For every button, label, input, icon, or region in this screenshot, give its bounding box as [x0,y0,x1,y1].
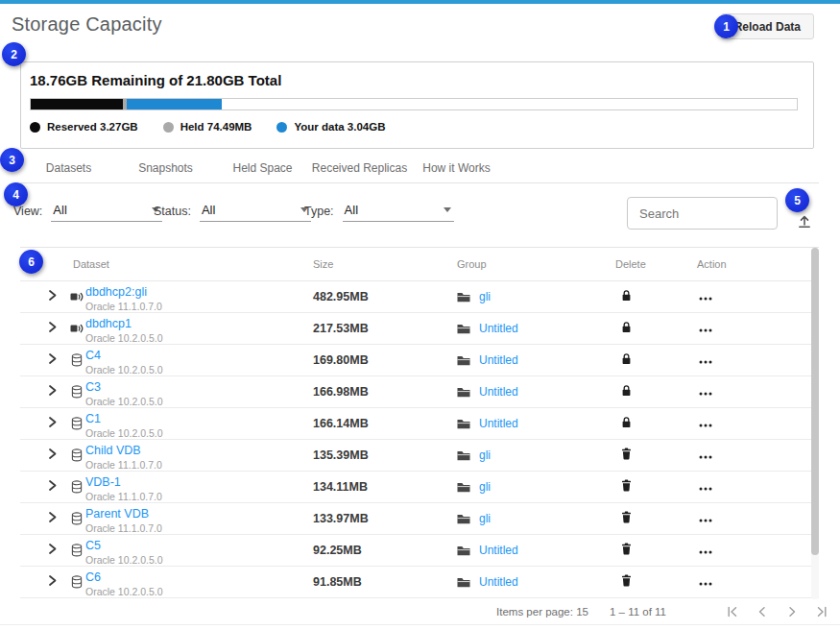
more-options-icon [699,296,712,302]
dataset-name-link[interactable]: C3 [85,380,101,394]
database-icon [71,353,83,367]
delete-button[interactable] [621,574,632,587]
dataset-size: 134.11MB [313,480,457,494]
table-row: C3 Oracle 10.2.0.5.0 166.98MB Untitled [20,376,819,408]
dataset-version: Oracle 10.2.0.5.0 [85,427,313,439]
locked-delete-button[interactable] [621,416,632,428]
row-actions-button[interactable] [699,359,712,365]
group-link[interactable]: gli [479,448,491,462]
database-icon [71,480,83,494]
delete-button[interactable] [621,543,632,555]
chevron-right-icon [47,383,58,398]
row-actions-button[interactable] [699,549,712,555]
group-link[interactable]: Untitled [479,385,518,399]
dataset-size: 92.25MB [313,544,457,557]
column-header-action: Action [697,258,819,270]
dataset-size: 169.80MB [313,353,457,367]
dataset-name-link[interactable]: dbdhcp1 [85,317,132,330]
expand-row-button[interactable] [43,542,60,559]
group-link[interactable]: Untitled [479,575,518,589]
locked-delete-button[interactable] [621,321,632,333]
tab-how-it-works[interactable]: How it Works [408,153,505,182]
expand-row-button[interactable] [43,320,60,337]
expand-row-button[interactable] [43,288,60,305]
view-select-value: All [53,203,66,217]
capacity-summary-text: 18.76GB Remaining of 21.80GB Total [30,72,281,88]
last-page-icon [815,605,828,618]
group-link[interactable]: gli [479,290,491,303]
last-page-button[interactable] [809,604,834,619]
view-select[interactable]: All [51,203,162,222]
more-options-icon [699,549,712,555]
row-actions-button[interactable] [699,296,712,302]
database-icon [71,417,83,430]
search-input[interactable] [627,197,778,230]
expand-row-button[interactable] [43,573,60,591]
first-page-button[interactable] [720,604,745,619]
dataset-size: 217.53MB [313,322,457,335]
tab-snapshots[interactable]: Snapshots [117,153,214,182]
expand-row-button[interactable] [43,478,60,496]
more-options-icon [699,518,712,523]
group-link[interactable]: gli [479,512,491,525]
status-filter: Status: All [154,203,311,222]
row-actions-button[interactable] [699,486,712,492]
legend-item-held: Held 74.49MB [163,121,252,133]
dataset-name-link[interactable]: C4 [85,349,101,362]
row-actions-button[interactable] [699,391,712,397]
group-link[interactable]: Untitled [479,322,518,335]
expand-row-button[interactable] [43,351,60,369]
annotation-badge-1: 1 [714,14,738,38]
dataset-name-link[interactable]: Child VDB [85,444,141,457]
dataset-name-link[interactable]: VDB-1 [85,475,121,489]
status-select-value: All [202,203,215,217]
delete-button[interactable] [621,448,632,460]
dataset-version: Oracle 10.2.0.5.0 [85,586,313,597]
database-icon [71,575,83,589]
folder-icon [457,387,470,398]
dataset-name-link[interactable]: dbdhcp2:gli [85,285,147,299]
folder-icon [457,355,470,366]
group-link[interactable]: gli [479,480,491,494]
expand-row-button[interactable] [43,415,60,432]
expand-row-button[interactable] [43,510,60,527]
more-options-icon [699,423,712,428]
expand-row-button[interactable] [43,383,60,400]
locked-delete-button[interactable] [621,289,632,302]
group-link[interactable]: Untitled [479,544,518,557]
chevron-down-icon [444,207,451,212]
row-actions-button[interactable] [699,327,712,333]
dataset-name-link[interactable]: C6 [85,570,101,584]
expand-row-button[interactable] [43,447,60,464]
tab-datasets[interactable]: Datasets [20,153,117,182]
type-select[interactable]: All [343,203,454,222]
database-icon [71,385,83,399]
dataset-name-link[interactable]: C5 [85,539,101,552]
row-actions-button[interactable] [699,581,712,587]
trash-icon [621,543,632,555]
chevron-right-icon [47,478,58,493]
dataset-name-link[interactable]: C1 [85,412,101,425]
tab-held-space[interactable]: Held Space [214,153,311,182]
dsource-icon [70,323,84,334]
table-scrollbar[interactable] [811,248,819,599]
next-page-button[interactable] [780,604,804,619]
group-link[interactable]: Untitled [479,353,518,367]
delete-button[interactable] [621,479,632,492]
dataset-name-link[interactable]: Parent VDB [85,507,149,521]
export-button[interactable] [796,212,813,230]
delete-button[interactable] [621,511,632,523]
row-actions-button[interactable] [699,518,712,523]
locked-delete-button[interactable] [621,384,632,397]
column-header-size: Size [313,258,457,270]
row-actions-button[interactable] [699,454,712,460]
capacity-legend: Reserved 3.27GB Held 74.49MB Your data 3… [30,121,385,133]
group-link[interactable]: Untitled [479,417,518,430]
tab-received-replicas[interactable]: Received Replicas [311,153,408,182]
locked-delete-button[interactable] [621,352,632,365]
status-select[interactable]: All [200,203,311,222]
scrollbar-thumb[interactable] [811,248,819,555]
previous-page-button[interactable] [750,604,775,619]
row-actions-button[interactable] [699,423,712,428]
folder-icon [457,419,470,429]
